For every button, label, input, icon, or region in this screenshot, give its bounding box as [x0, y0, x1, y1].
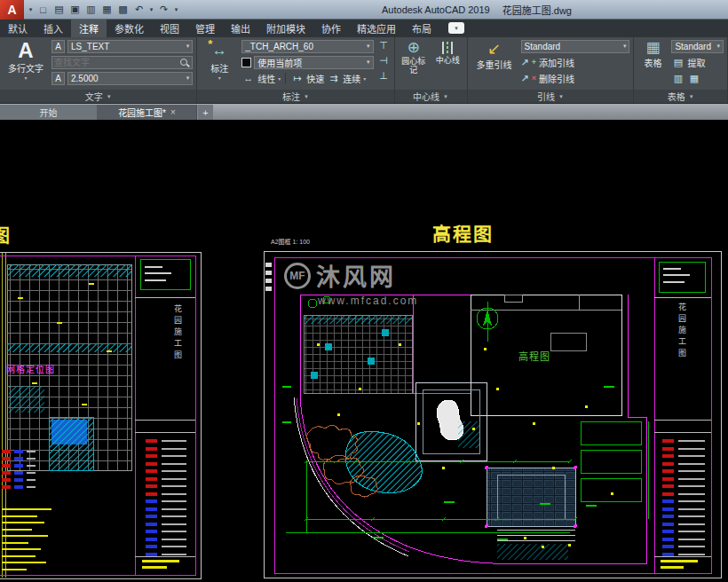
centerline-button[interactable]: 中心线	[432, 39, 463, 89]
panel-footer-table[interactable]: 表格 ▼	[634, 90, 727, 103]
open-file-icon[interactable]: ▤	[51, 2, 67, 18]
combo-arrow-icon: ▾	[184, 75, 190, 82]
print-preview-icon[interactable]: ▩	[115, 2, 131, 18]
undo-icon[interactable]: ↶	[131, 2, 146, 18]
linear-dim-icon: ↔	[241, 72, 255, 85]
title-bar: A ▾ □ ▤ ▣ ▥ ▦ ▩ ↶ ▾ ↷ ▾ Autodesk AutoCAD…	[0, 0, 728, 20]
ribbon-toggle-arrow-icon: ▾	[455, 25, 458, 32]
table-style-combo[interactable]: Standard ▾	[671, 40, 724, 53]
ribbon-display-toggle[interactable]: ▾	[448, 22, 464, 34]
combo-arrow-icon: ▾	[184, 43, 190, 50]
close-tab-icon[interactable]: ×	[170, 107, 176, 117]
dimension-dropdown-icon: ▾	[218, 75, 221, 81]
plot-icon[interactable]: ▦	[99, 2, 115, 18]
panel-footer-dimension[interactable]: 标注 ▼	[197, 90, 393, 103]
panel-flyout-icon: ▼	[304, 94, 309, 99]
combo-arrow-icon: ▾	[714, 43, 720, 50]
ribbon-tab-collaborate[interactable]: 协作	[313, 20, 349, 37]
find-text-input[interactable]	[54, 58, 178, 67]
ribbon-tab-home[interactable]: 默认	[0, 20, 36, 37]
new-file-icon[interactable]: □	[36, 2, 51, 18]
mtext-button[interactable]: A 多行文字 ▾	[4, 39, 48, 89]
dim-extra-tools: ⊤ ⊣ ⊥	[377, 39, 391, 89]
extract-data-button[interactable]: ▤ 提取	[671, 55, 724, 69]
add-leader-icon: ↗	[521, 57, 529, 68]
dimension-icon: * ↔	[208, 40, 231, 61]
new-tab-button[interactable]: +	[197, 105, 213, 120]
file-tab-bar: 开始 花园施工图* × +	[0, 104, 728, 120]
combo-arrow-icon: ▾	[621, 43, 627, 50]
app-title: Autodesk AutoCAD 2019	[382, 4, 490, 15]
ribbon-tab-output[interactable]: 输出	[223, 20, 258, 37]
text-style-combo[interactable]: LS_TEXT ▾	[67, 40, 193, 53]
panel-centerline: ⊕ 圆心标记 中心线 中心线 ▼	[395, 37, 468, 103]
leader-controls: Standard ▾ ↗ + 添加引线 ↗ × 删除引线	[521, 39, 630, 89]
ribbon-tab-parametric[interactable]: 参数化	[107, 20, 152, 37]
search-icon[interactable]	[178, 57, 190, 68]
dim-layer-combo[interactable]: 使用当前项 ▾	[254, 56, 373, 69]
table-button[interactable]: ▦ 表格	[637, 39, 668, 89]
panel-leader: ↙ 多重引线 Standard ▾ ↗ + 添加引线 ↗ × 删除引线 引线	[468, 37, 635, 103]
save-icon[interactable]: ▣	[67, 2, 83, 18]
ribbon-tab-featured-apps[interactable]: 精选应用	[349, 20, 404, 37]
dim-tool-icon[interactable]: ⊤	[377, 39, 391, 52]
cad-drawing[interactable]	[0, 120, 728, 582]
table-tool-icon[interactable]: ▥	[671, 72, 684, 85]
quick-dim-button[interactable]: 快速	[306, 72, 324, 85]
find-text-box[interactable]	[51, 56, 193, 69]
add-leader-button[interactable]: ↗ + 添加引线	[521, 55, 630, 69]
panel-footer-text[interactable]: 文字 ▼	[0, 90, 196, 103]
dim-tool-icon[interactable]: ⊥	[377, 69, 391, 83]
dimension-controls: _TCH_ARCH_60 ▾ 使用当前项 ▾ ↔ 线性 ▾ ↦ 快速 ⇉ 连续	[241, 39, 373, 89]
center-mark-icon: ⊕	[408, 40, 420, 56]
qat-menu-arrow-icon[interactable]: ▾	[27, 6, 35, 13]
north-arrow	[477, 302, 498, 342]
text-height-icon: A	[51, 72, 65, 85]
text-height-combo[interactable]: 2.5000 ▾	[67, 72, 193, 85]
save-as-icon[interactable]: ▥	[83, 2, 99, 18]
ribbon-tab-manage[interactable]: 管理	[187, 20, 223, 37]
table-controls: Standard ▾ ▤ 提取 ▥ ▦	[671, 39, 724, 89]
remove-leader-icon: ↗	[521, 73, 529, 84]
text-controls: A LS_TEXT ▾ A 2.5000 ▾	[51, 39, 193, 89]
panel-footer-centerline[interactable]: 中心线 ▼	[395, 90, 467, 103]
ribbon-tab-annotate[interactable]: 注释	[71, 20, 107, 37]
extract-data-icon: ▤	[671, 56, 684, 69]
file-tab-drawing[interactable]: 花园施工图* ×	[98, 105, 197, 120]
panel-flyout-icon: ▼	[443, 94, 448, 99]
combo-arrow-icon: ▾	[364, 59, 370, 66]
remove-leader-button[interactable]: ↗ × 删除引线	[521, 71, 630, 85]
ribbon-tab-view[interactable]: 视图	[152, 20, 187, 37]
multileader-button[interactable]: ↙ 多重引线	[471, 39, 518, 89]
ribbon-tab-addins[interactable]: 附加模块	[258, 20, 313, 37]
dim-tool-icon[interactable]: ⊣	[377, 54, 391, 67]
mtext-icon: A	[18, 40, 33, 61]
linear-dim-button[interactable]: 线性	[257, 72, 275, 85]
panel-flyout-icon: ▼	[107, 94, 112, 99]
undo-dropdown-icon[interactable]: ▾	[147, 6, 155, 13]
mtext-dropdown-icon: ▾	[24, 75, 27, 81]
file-tab-start[interactable]: 开始	[0, 105, 98, 120]
document-title: 花园施工图.dwg	[502, 3, 572, 17]
table-icon: ▦	[645, 40, 660, 56]
quick-access-toolbar: ▾ □ ▤ ▣ ▥ ▦ ▩ ↶ ▾ ↷ ▾	[27, 2, 180, 18]
dimension-button[interactable]: * ↔ 标注 ▾	[201, 39, 238, 89]
quick-dim-icon: ↦	[290, 72, 304, 85]
drawing-canvas[interactable]: 图 高程图 A2图框 1: 100 网格定位图 高程图 MF 沐风网 www.m…	[0, 120, 728, 582]
continue-dropdown-icon[interactable]: ▾	[363, 75, 366, 82]
qat-customize-arrow-icon[interactable]: ▾	[172, 6, 180, 13]
table-tool-icon[interactable]: ▦	[687, 72, 700, 85]
autocad-logo-icon[interactable]: A	[0, 0, 24, 20]
continue-dim-button[interactable]: 连续	[343, 72, 360, 85]
left-sheet	[0, 252, 201, 578]
linear-dropdown-icon[interactable]: ▾	[278, 75, 281, 82]
window-title: Autodesk AutoCAD 2019 花园施工图.dwg	[382, 0, 572, 20]
panel-footer-leader[interactable]: 引线 ▼	[468, 90, 634, 103]
ribbon-tab-insert[interactable]: 插入	[36, 20, 71, 37]
center-mark-button[interactable]: ⊕ 圆心标记	[399, 39, 430, 89]
ribbon-panels: A 多行文字 ▾ A LS_TEXT ▾ A 2.5000	[0, 37, 728, 104]
dim-style-combo[interactable]: _TCH_ARCH_60 ▾	[241, 40, 373, 53]
redo-icon[interactable]: ↷	[156, 2, 171, 18]
ribbon-tab-layout[interactable]: 布局	[404, 20, 439, 37]
leader-style-combo[interactable]: Standard ▾	[521, 40, 630, 53]
